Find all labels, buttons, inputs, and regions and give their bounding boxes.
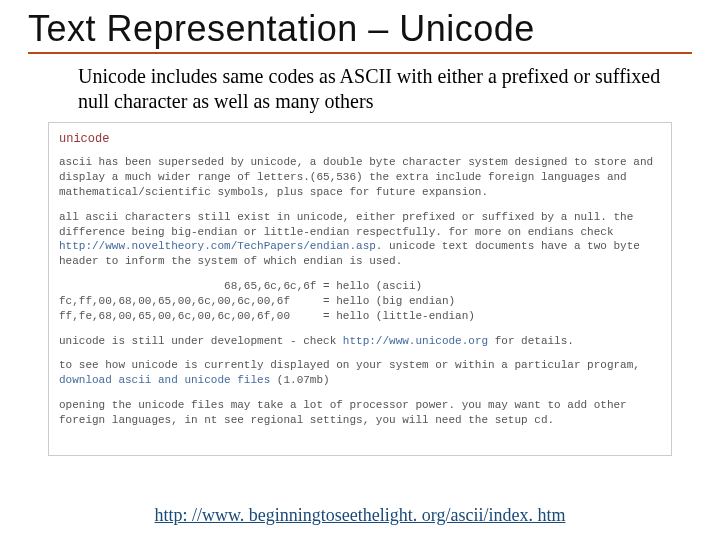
footer-link[interactable]: http: //www. beginningtoseethelight. org… <box>155 505 566 525</box>
screenshot-clip: unicode ascii has been superseded by uni… <box>48 122 672 456</box>
footer-link-wrap: http: //www. beginningtoseethelight. org… <box>0 505 720 526</box>
clip-para-3b: for details. <box>488 335 574 347</box>
download-link[interactable]: download ascii and unicode files <box>59 374 270 386</box>
clip-heading: unicode <box>59 131 661 147</box>
clip-para-5: opening the unicode files may take a lot… <box>59 398 661 428</box>
clip-para-3: unicode is still under development - che… <box>59 334 661 349</box>
ex2-left: fc,ff,00,68,00,65,00,6c,00,6c,00,6f <box>59 295 290 307</box>
clip-para-3a: unicode is still under development - che… <box>59 335 343 347</box>
endian-link[interactable]: http://www.noveltheory.com/TechPapers/en… <box>59 240 376 252</box>
clip-para-4b: (1.07mb) <box>270 374 329 386</box>
clip-para-2a: all ascii characters still exist in unic… <box>59 211 633 238</box>
ex2-right: hello (big endian) <box>336 295 455 307</box>
clip-para-2: all ascii characters still exist in unic… <box>59 210 661 269</box>
slide-title: Text Representation – Unicode <box>28 8 692 54</box>
example-block: 68,65,6c,6c,6f = hello (ascii) fc,ff,00,… <box>59 279 661 324</box>
slide-subtitle: Unicode includes same codes as ASCII wit… <box>78 64 662 114</box>
clip-para-4: to see how unicode is currently displaye… <box>59 358 661 388</box>
unicode-org-link[interactable]: http://www.unicode.org <box>343 335 488 347</box>
ex3-left: ff,fe,68,00,65,00,6c,00,6c,00,6f,00 <box>59 310 290 322</box>
clip-para-4a: to see how unicode is currently displaye… <box>59 359 640 371</box>
ex1-right: hello (ascii) <box>336 280 422 292</box>
ex3-right: hello (little-endian) <box>336 310 475 322</box>
ex1-left: 68,65,6c,6c,6f <box>59 280 316 292</box>
clip-para-1: ascii has been superseded by unicode, a … <box>59 155 661 200</box>
